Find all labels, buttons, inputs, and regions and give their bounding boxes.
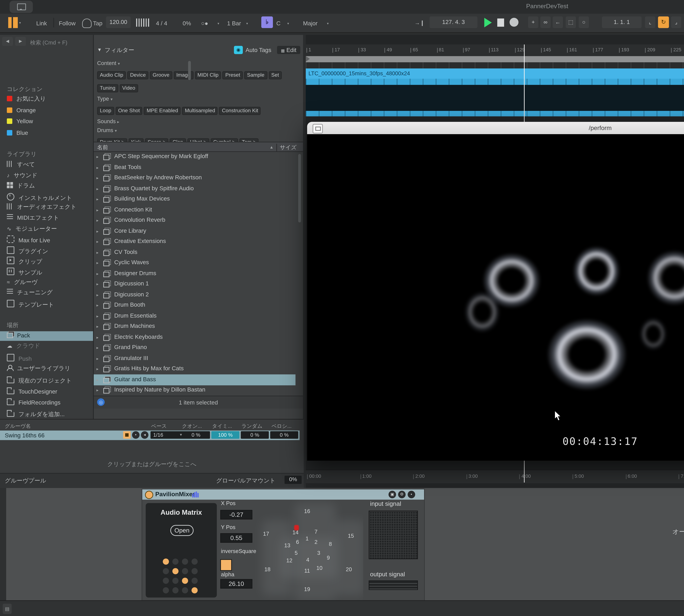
hot-swap-icon[interactable] <box>123 431 131 439</box>
matrix-cell[interactable] <box>163 568 169 574</box>
xpos-value[interactable]: -0.27 <box>220 510 252 520</box>
groove-column-header[interactable]: ベロシ... <box>272 423 292 430</box>
expand-icon[interactable]: ▸ <box>96 345 98 350</box>
global-amount-value[interactable]: 0% <box>284 476 302 484</box>
matrix-cell[interactable] <box>173 578 179 584</box>
loop-start-value[interactable]: 1. 1. 1 <box>602 17 642 28</box>
audio-clip[interactable]: LTC_00000000_15mins_30fps_48000x24 <box>306 68 684 116</box>
expand-icon[interactable]: ▸ <box>96 281 98 286</box>
metronome-pattern-icon[interactable] <box>136 19 150 27</box>
browser-list-item[interactable]: ▸Core Library <box>94 226 296 237</box>
filter-chip[interactable]: Set <box>269 71 282 80</box>
filter-chip[interactable]: Sample <box>244 71 267 80</box>
device-title-bar[interactable]: PavilionMixer ▣ ⚙ ▪ <box>142 489 424 500</box>
matrix-cell[interactable] <box>182 558 188 565</box>
filter-chip[interactable]: Construction Kit <box>219 107 261 115</box>
speaker-position-map[interactable]: 1614717115621385312491811102019 <box>252 500 363 601</box>
place-item-push[interactable]: Push <box>7 354 32 363</box>
groove-amount[interactable]: 0% <box>183 20 191 27</box>
place-item--[interactable]: ユーザーライブラリ <box>7 365 70 375</box>
expand-icon[interactable]: ▸ <box>96 356 98 360</box>
device-on-icon[interactable] <box>145 491 153 499</box>
groove-timing-value[interactable]: 100 % <box>211 431 240 439</box>
ypos-value[interactable]: 0.55 <box>220 533 252 543</box>
show-hide-browser-icon[interactable]: ▤ <box>3 604 12 614</box>
matrix-cell[interactable] <box>182 578 188 584</box>
groove-column-header[interactable]: ランダム <box>242 423 263 430</box>
place-item--[interactable]: 現在のプロジェクト <box>7 376 72 386</box>
expand-icon[interactable]: ▸ <box>96 196 98 201</box>
time-signature[interactable]: 4 / 4 <box>156 20 167 27</box>
library-item[interactable]: オーディオエフェクト <box>7 203 76 213</box>
groove-velocity-value[interactable]: 0 % <box>270 431 298 439</box>
expand-icon[interactable]: ▸ <box>96 313 98 318</box>
scale-name[interactable]: Major <box>303 20 318 27</box>
library-item[interactable]: Max for Live <box>7 236 50 245</box>
search-input[interactable]: 検索 (Cmd + F) <box>30 39 67 47</box>
tempo-value[interactable]: 120.00 <box>106 17 131 28</box>
library-item[interactable]: インストゥルメント <box>7 193 72 202</box>
expand-icon[interactable]: ▸ <box>96 175 98 180</box>
groove-column-header[interactable]: タイミ... <box>212 423 232 430</box>
collection-item[interactable]: お気に入り <box>7 95 46 105</box>
stop-button[interactable] <box>497 19 504 27</box>
open-button[interactable]: Open <box>170 525 193 536</box>
matrix-cell[interactable] <box>191 587 198 593</box>
library-item[interactable]: ドラム <box>7 182 35 192</box>
save-groove-icon[interactable]: ▪ <box>132 431 139 439</box>
size-column-header[interactable]: サイズ <box>276 144 297 151</box>
chevron-down-icon[interactable]: ▾ <box>218 21 219 25</box>
browser-list-item[interactable]: ▸Convolution Reverb <box>94 215 296 226</box>
perform-video-window[interactable]: /perform 00:04:13:17 <box>307 122 684 461</box>
browser-list-item[interactable]: ▸Gratis Hits by Max for Cats <box>94 364 296 374</box>
matrix-cell[interactable] <box>191 568 198 574</box>
punch-out-button[interactable]: ⌟ <box>671 17 681 28</box>
browser-list-item[interactable]: ▸BeatSeeker by Andrew Robertson <box>94 173 296 183</box>
browser-list-item[interactable]: ▸Creative Extensions <box>94 236 296 247</box>
library-item[interactable]: サンプル <box>7 268 42 277</box>
filter-chip[interactable]: Audio Clip <box>97 71 126 80</box>
browser-list-item[interactable]: ▸APC Step Sequencer by Mark Egloff <box>94 151 296 162</box>
expand-icon[interactable]: ▸ <box>96 218 98 222</box>
scale-icon[interactable]: ♭ <box>261 17 273 28</box>
expand-icon[interactable]: ▸ <box>96 228 98 233</box>
loop-switch[interactable]: ↻ <box>658 17 669 28</box>
link-toggle[interactable]: Link <box>36 20 47 27</box>
place-item-pack[interactable]: Pack <box>0 331 93 341</box>
groove-column-header[interactable]: ベース <box>151 423 167 430</box>
alpha-value[interactable]: 26.10 <box>220 579 252 589</box>
filter-section-drums[interactable]: Drums ▾ <box>97 127 298 133</box>
browser-list-item[interactable]: ▸Designer Drums <box>94 268 296 279</box>
filter-chip[interactable]: MPE Enabled <box>144 107 181 115</box>
back-to-arrangement-button[interactable]: ← <box>553 17 563 28</box>
collection-item[interactable]: Yellow <box>7 118 33 128</box>
expand-icon[interactable]: ▸ <box>96 303 98 307</box>
browser-list-item[interactable]: ▸Guitar and Bass <box>94 374 296 385</box>
matrix-cell[interactable] <box>163 587 169 593</box>
expand-icon[interactable]: ▸ <box>96 165 98 170</box>
filter-section-sounds[interactable]: Sounds ▸ <box>97 118 298 125</box>
browser-list-item[interactable]: ▸Cyclic Waves <box>94 257 296 268</box>
browser-list-item[interactable]: ▸Grand Piano <box>94 342 296 353</box>
expand-icon[interactable]: ▸ <box>96 377 98 382</box>
edit-button[interactable]: ▦ Edit <box>277 46 300 54</box>
filter-section-type[interactable]: Type ▾ <box>97 96 298 102</box>
name-column-header[interactable]: 名前 <box>97 144 108 151</box>
library-item[interactable]: ∿モジュレーター <box>7 225 57 235</box>
browser-list-item[interactable]: ▸Inspired by Nature by Dillon Bastan <box>94 384 296 396</box>
library-item[interactable]: ≈グルーヴ <box>7 278 38 288</box>
library-item[interactable]: MIDIエフェクト <box>7 214 59 224</box>
filter-chip[interactable]: Multisampled <box>182 107 218 115</box>
matrix-cell[interactable] <box>173 587 179 593</box>
browser-list-item[interactable]: ▸Electric Keyboards <box>94 332 296 343</box>
chevron-down-icon[interactable]: ▾ <box>287 21 289 25</box>
browser-list-item[interactable]: ▸Digicussion 1 <box>94 279 296 289</box>
filter-section-content[interactable]: Content ▾ <box>97 60 298 66</box>
arrangement-position[interactable]: 127. 4. 3 <box>430 17 477 28</box>
expand-icon[interactable]: ▸ <box>96 388 98 392</box>
library-item[interactable]: チューニング <box>7 289 53 299</box>
expand-icon[interactable]: ▸ <box>96 249 98 254</box>
list-scrollbar[interactable] <box>298 154 301 222</box>
groove-row[interactable]: Swing 16ths 66 ▪ ◂ 1/16 0 % 100 % 0 % 0 … <box>0 431 300 440</box>
filter-chip[interactable]: MIDI Clip <box>195 71 221 80</box>
